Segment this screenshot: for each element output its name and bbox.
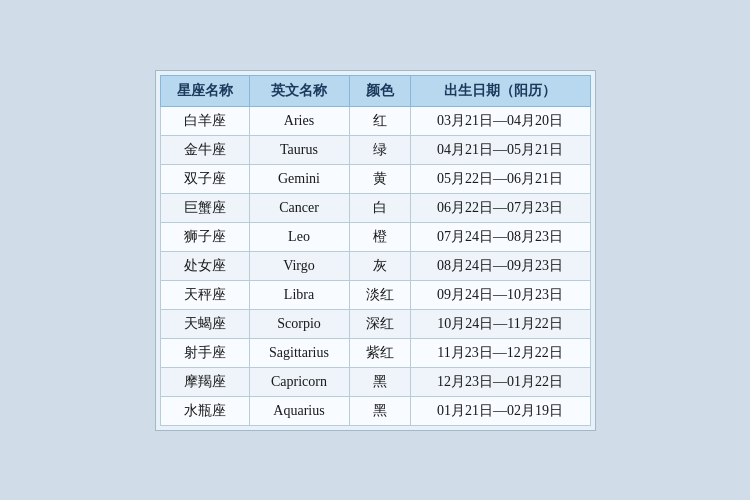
cell-zh: 处女座: [160, 251, 249, 280]
cell-date: 04月21日—05月21日: [410, 135, 590, 164]
table-row: 天秤座Libra淡红09月24日—10月23日: [160, 280, 590, 309]
cell-date: 07月24日—08月23日: [410, 222, 590, 251]
cell-color: 灰: [349, 251, 410, 280]
zodiac-table-container: 星座名称 英文名称 颜色 出生日期（阳历） 白羊座Aries红03月21日—04…: [155, 70, 596, 431]
cell-color: 紫红: [349, 338, 410, 367]
cell-date: 06月22日—07月23日: [410, 193, 590, 222]
cell-color: 黑: [349, 396, 410, 425]
cell-en: Virgo: [249, 251, 349, 280]
cell-date: 01月21日—02月19日: [410, 396, 590, 425]
cell-color: 绿: [349, 135, 410, 164]
header-color: 颜色: [349, 75, 410, 106]
cell-color: 橙: [349, 222, 410, 251]
cell-zh: 天蝎座: [160, 309, 249, 338]
cell-zh: 天秤座: [160, 280, 249, 309]
cell-color: 深红: [349, 309, 410, 338]
cell-en: Taurus: [249, 135, 349, 164]
cell-en: Capricorn: [249, 367, 349, 396]
table-body: 白羊座Aries红03月21日—04月20日金牛座Taurus绿04月21日—0…: [160, 106, 590, 425]
cell-color: 黑: [349, 367, 410, 396]
cell-en: Aries: [249, 106, 349, 135]
cell-en: Cancer: [249, 193, 349, 222]
cell-zh: 摩羯座: [160, 367, 249, 396]
cell-en: Libra: [249, 280, 349, 309]
cell-zh: 白羊座: [160, 106, 249, 135]
table-row: 摩羯座Capricorn黑12月23日—01月22日: [160, 367, 590, 396]
table-row: 巨蟹座Cancer白06月22日—07月23日: [160, 193, 590, 222]
cell-en: Sagittarius: [249, 338, 349, 367]
cell-zh: 双子座: [160, 164, 249, 193]
cell-color: 黄: [349, 164, 410, 193]
cell-en: Aquarius: [249, 396, 349, 425]
cell-zh: 金牛座: [160, 135, 249, 164]
cell-color: 红: [349, 106, 410, 135]
table-row: 双子座Gemini黄05月22日—06月21日: [160, 164, 590, 193]
table-row: 水瓶座Aquarius黑01月21日—02月19日: [160, 396, 590, 425]
cell-date: 09月24日—10月23日: [410, 280, 590, 309]
cell-date: 08月24日—09月23日: [410, 251, 590, 280]
zodiac-table: 星座名称 英文名称 颜色 出生日期（阳历） 白羊座Aries红03月21日—04…: [160, 75, 591, 426]
cell-color: 白: [349, 193, 410, 222]
table-row: 处女座Virgo灰08月24日—09月23日: [160, 251, 590, 280]
header-en: 英文名称: [249, 75, 349, 106]
cell-zh: 巨蟹座: [160, 193, 249, 222]
cell-color: 淡红: [349, 280, 410, 309]
header-zh: 星座名称: [160, 75, 249, 106]
table-header-row: 星座名称 英文名称 颜色 出生日期（阳历）: [160, 75, 590, 106]
cell-en: Scorpio: [249, 309, 349, 338]
cell-en: Leo: [249, 222, 349, 251]
cell-zh: 水瓶座: [160, 396, 249, 425]
cell-date: 12月23日—01月22日: [410, 367, 590, 396]
cell-date: 05月22日—06月21日: [410, 164, 590, 193]
table-row: 狮子座Leo橙07月24日—08月23日: [160, 222, 590, 251]
cell-en: Gemini: [249, 164, 349, 193]
header-date: 出生日期（阳历）: [410, 75, 590, 106]
cell-zh: 狮子座: [160, 222, 249, 251]
cell-date: 11月23日—12月22日: [410, 338, 590, 367]
table-row: 天蝎座Scorpio深红10月24日—11月22日: [160, 309, 590, 338]
cell-date: 10月24日—11月22日: [410, 309, 590, 338]
cell-zh: 射手座: [160, 338, 249, 367]
table-row: 白羊座Aries红03月21日—04月20日: [160, 106, 590, 135]
table-row: 射手座Sagittarius紫红11月23日—12月22日: [160, 338, 590, 367]
cell-date: 03月21日—04月20日: [410, 106, 590, 135]
table-row: 金牛座Taurus绿04月21日—05月21日: [160, 135, 590, 164]
